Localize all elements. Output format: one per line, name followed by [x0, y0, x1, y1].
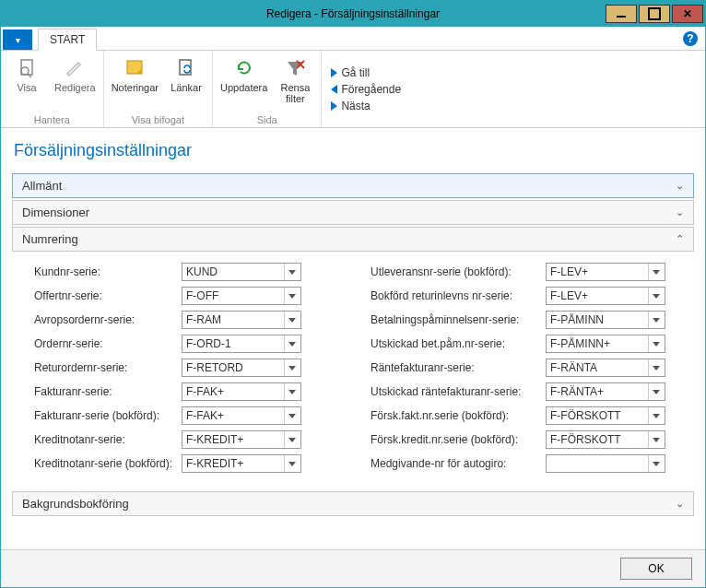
maximize-button[interactable] — [639, 5, 670, 23]
forsk-kredit-combo[interactable]: F-FÖRSKOTT — [546, 430, 665, 449]
titlebar: Redigera - Försäljningsinställningar — [1, 1, 705, 27]
chevron-down-icon: ⌄ — [676, 180, 684, 192]
ribbon-group-hantera: Visa Redigera Hantera — [1, 51, 104, 127]
field-label: Räntefakturanr-serie: — [371, 361, 546, 374]
dropdown-icon — [648, 455, 663, 472]
field-label: Kreditnotanr-serie (bokförd): — [34, 457, 182, 470]
ok-button[interactable]: OK — [620, 558, 692, 580]
ribbon-redigera[interactable]: Redigera — [54, 53, 96, 112]
footer: OK — [1, 549, 705, 587]
dropdown-icon — [648, 335, 663, 352]
dropdown-icon — [284, 455, 299, 472]
utleveransnr-serie-combo[interactable]: F-LEV+ — [546, 263, 665, 281]
ribbon: Visa Redigera Hantera Noteringar — [1, 51, 705, 128]
kreditnotanr-serie-combo[interactable]: F-KREDIT+ — [182, 430, 301, 449]
fakturanr-serie-bokford-combo[interactable]: F-FAK+ — [182, 406, 301, 425]
field-label: Returordernr-serie: — [34, 361, 182, 374]
ribbon-lankar[interactable]: Länkar — [168, 53, 205, 112]
ribbon-uppdatera-label: Uppdatera — [220, 82, 267, 93]
arrow-left-icon — [331, 85, 337, 94]
nav-foregaende-label: Föregående — [341, 83, 401, 96]
betalningspaminnelsenr-combo[interactable]: F-PÅMINN — [546, 311, 665, 329]
ribbon-nav-links: Gå till Föregående Nästa — [322, 51, 410, 127]
dropdown-icon — [648, 288, 663, 304]
ribbon-noteringar-label: Noteringar — [112, 82, 159, 93]
field-label: Ordernr-serie: — [34, 337, 182, 350]
utskickad-rantefakturanr-combo[interactable]: F-RÄNTA+ — [546, 382, 665, 401]
ribbon-rensa-filter-label: Rensa filter — [280, 82, 310, 104]
field-label: Kreditnotanr-serie: — [34, 433, 182, 446]
svg-point-1 — [21, 67, 29, 75]
window-controls — [606, 5, 705, 23]
nav-ga-till[interactable]: Gå till — [331, 66, 401, 79]
forsk-fakt-combo[interactable]: F-FÖRSKOTT — [546, 406, 665, 425]
help-icon[interactable]: ? — [683, 31, 698, 46]
dropdown-icon — [648, 312, 663, 328]
nav-foregaende[interactable]: Föregående — [331, 83, 401, 96]
ribbon-noteringar[interactable]: Noteringar — [112, 53, 159, 112]
refresh-icon — [232, 56, 256, 80]
ribbon-group-visa-bifogat: Noteringar Länkar Visa bifogat — [104, 51, 213, 127]
dropdown-icon — [284, 359, 299, 376]
ribbon-visa[interactable]: Visa — [8, 53, 45, 112]
ordernr-serie-combo[interactable]: F-ORD-1 — [182, 335, 301, 353]
chevron-down-icon: ⌄ — [676, 206, 684, 218]
file-menu-dropdown[interactable]: ▾ — [3, 29, 32, 50]
bokford-returinlevns-combo[interactable]: F-LEV+ — [546, 287, 665, 305]
dropdown-icon — [284, 431, 299, 448]
field-label: Offertnr-serie: — [34, 289, 182, 302]
field-label: Försk.fakt.nr.serie (bokförd): — [371, 409, 546, 422]
page-title: Försäljningsinställningar — [14, 141, 694, 160]
content-area: Försäljningsinställningar Allmänt ⌄ Dime… — [1, 128, 705, 549]
dropdown-icon — [648, 431, 663, 448]
avropsordernr-serie-combo[interactable]: F-RAM — [182, 311, 301, 329]
minimize-button[interactable] — [606, 5, 637, 23]
kreditnotanr-serie-bokford-combo[interactable]: F-KREDIT+ — [182, 454, 301, 473]
close-button[interactable] — [672, 5, 703, 23]
field-label: Fakturanr-serie: — [34, 385, 182, 398]
ribbon-lankar-label: Länkar — [171, 82, 202, 93]
dropdown-icon — [648, 383, 663, 400]
dropdown-icon — [284, 335, 299, 352]
dropdown-icon — [284, 264, 299, 280]
tab-start[interactable]: START — [38, 29, 97, 51]
rantefakturanr-combo[interactable]: F-RÄNTA — [546, 359, 665, 377]
ribbon-redigera-label: Redigera — [54, 82, 96, 93]
arrow-right-icon — [331, 68, 337, 77]
section-dimensioner[interactable]: Dimensioner ⌄ — [12, 200, 694, 225]
section-bakgrundsbokforing[interactable]: Bakgrundsbokföring ⌄ — [12, 491, 694, 516]
note-icon — [123, 56, 147, 80]
nav-ga-till-label: Gå till — [341, 66, 370, 79]
arrow-right-icon — [331, 101, 337, 111]
section-numrering-label: Numrering — [22, 232, 78, 246]
utskickad-betpam-combo[interactable]: F-PÅMINN+ — [546, 335, 665, 353]
tabstrip: ▾ START ? — [1, 27, 705, 51]
field-label: Fakturanr-serie (bokförd): — [34, 409, 182, 422]
field-label: Avropsordernr-serie: — [34, 313, 182, 326]
ribbon-rensa-filter[interactable]: Rensa filter — [277, 53, 313, 112]
ribbon-group-sida: Uppdatera Rensa filter Sida — [213, 51, 322, 127]
fields-right-col: Utleveransnr-serie (bokförd):F-LEV+ Bokf… — [371, 263, 685, 478]
section-numrering[interactable]: Numrering ⌃ — [12, 227, 694, 252]
returordernr-serie-combo[interactable]: F-RETORD — [182, 359, 301, 377]
ribbon-group-visa-bifogat-label: Visa bifogat — [132, 112, 184, 127]
dropdown-icon — [284, 383, 299, 400]
chevron-down-icon: ⌄ — [676, 498, 684, 510]
field-label: Medgivande-nr för autogiro: — [371, 457, 546, 470]
section-allmant[interactable]: Allmänt ⌄ — [12, 173, 694, 198]
ribbon-uppdatera[interactable]: Uppdatera — [220, 53, 267, 112]
dropdown-icon — [648, 359, 663, 376]
field-label: Utleveransnr-serie (bokförd): — [371, 265, 546, 278]
medgivande-autogiro-combo[interactable] — [546, 454, 665, 473]
field-label: Bokförd returinlevns nr-serie: — [371, 289, 546, 302]
nav-nasta[interactable]: Nästa — [331, 100, 401, 112]
kundnr-serie-combo[interactable]: KUND — [182, 263, 301, 281]
ribbon-group-sida-label: Sida — [257, 112, 277, 127]
fakturanr-serie-combo[interactable]: F-FAK+ — [182, 382, 301, 401]
clear-filter-icon — [283, 56, 307, 80]
view-icon — [15, 56, 39, 80]
chevron-up-icon: ⌃ — [676, 233, 684, 245]
dropdown-icon — [284, 288, 299, 304]
offertnr-serie-combo[interactable]: F-OFF — [182, 287, 301, 305]
section-bakgrundsbokforing-label: Bakgrundsbokföring — [22, 497, 129, 511]
